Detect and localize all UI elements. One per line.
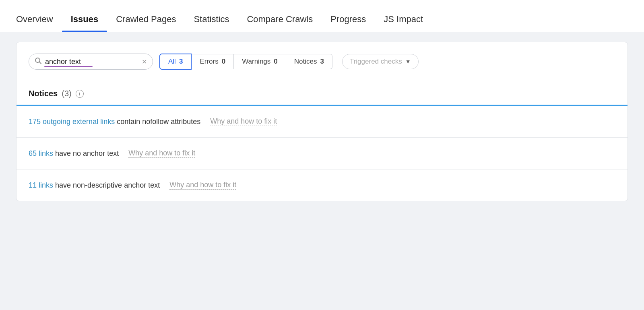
top-navigation: Overview Issues Crawled Pages Statistics…	[0, 0, 644, 32]
filter-all-button[interactable]: All 3	[159, 54, 192, 70]
search-underline	[44, 66, 93, 67]
issue-row: 175 outgoing external links contain nofo…	[17, 106, 627, 138]
issue-3-text: have non-descriptive anchor text	[53, 181, 160, 189]
filter-notices-button[interactable]: Notices 3	[286, 54, 332, 69]
issue-3-link[interactable]: 11 links	[29, 181, 53, 189]
main-content: ✕ All 3 Errors 0 Warnings 0 Notices	[0, 32, 644, 211]
tab-issues[interactable]: Issues	[62, 14, 107, 32]
chevron-down-icon: ▼	[405, 58, 411, 65]
notices-header: Notices (3) i	[17, 81, 627, 105]
filter-bar: ✕ All 3 Errors 0 Warnings 0 Notices	[17, 42, 627, 81]
tab-compare-crawls[interactable]: Compare Crawls	[238, 14, 322, 32]
triggered-checks-label: Triggered checks	[350, 58, 402, 66]
issue-row: 11 links have non-descriptive anchor tex…	[17, 169, 627, 201]
filter-warnings-button[interactable]: Warnings 0	[234, 54, 286, 69]
svg-line-1	[39, 62, 41, 64]
filter-buttons: All 3 Errors 0 Warnings 0 Notices 3	[159, 54, 332, 70]
search-icon	[35, 57, 42, 66]
filter-errors-button[interactable]: Errors 0	[192, 54, 234, 69]
clear-search-icon[interactable]: ✕	[142, 58, 147, 66]
issue-3-fix-link[interactable]: Why and how to fix it	[169, 181, 236, 190]
issue-2-fix-link[interactable]: Why and how to fix it	[128, 149, 195, 158]
issue-1-text: contain nofollow attributes	[115, 118, 200, 126]
issue-row: 65 links have no anchor text Why and how…	[17, 138, 627, 169]
tab-crawled-pages[interactable]: Crawled Pages	[107, 14, 185, 32]
issue-2-text: have no anchor text	[53, 149, 119, 157]
search-input[interactable]	[45, 58, 138, 66]
issues-card: ✕ All 3 Errors 0 Warnings 0 Notices	[16, 42, 628, 201]
issue-1-fix-link[interactable]: Why and how to fix it	[210, 117, 277, 126]
tab-js-impact[interactable]: JS Impact	[375, 14, 432, 32]
issue-2-link[interactable]: 65 links	[29, 149, 53, 157]
triggered-checks-dropdown[interactable]: Triggered checks ▼	[342, 54, 419, 69]
tab-overview[interactable]: Overview	[16, 14, 62, 32]
notices-count: (3)	[62, 89, 71, 98]
notices-info-icon[interactable]: i	[76, 90, 84, 98]
tab-statistics[interactable]: Statistics	[185, 14, 238, 32]
search-wrapper: ✕	[29, 54, 153, 70]
tab-progress[interactable]: Progress	[322, 14, 375, 32]
issue-1-link[interactable]: 175 outgoing external links	[29, 118, 115, 126]
notices-title: Notices	[29, 89, 58, 98]
